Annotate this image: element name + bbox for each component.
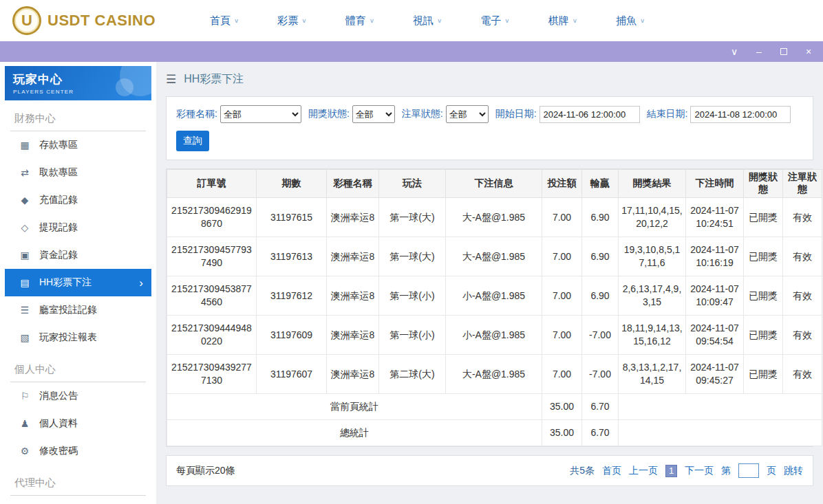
summary-label: 當前頁統計: [167, 394, 542, 420]
window-close-button[interactable]: ×: [804, 47, 813, 56]
summary-win-loss: 6.70: [582, 394, 619, 420]
sidebar-item-hh-lottery-bet[interactable]: ▤HH彩票下注›: [5, 269, 151, 296]
first-page-link[interactable]: 首页: [602, 465, 621, 477]
sidebar-item-player-bet-report[interactable]: ▧玩家投注報表: [5, 324, 151, 351]
summary-row-grand-total: 總統計35.006.70: [167, 420, 822, 446]
window-chevron-down-icon[interactable]: ∨: [729, 47, 739, 56]
chevron-down-icon: ∨: [504, 17, 509, 23]
sidebar-item-label: 廳室投註記錄: [39, 304, 97, 316]
cell-draw-result: 19,3,10,8,5,17,11,6: [619, 237, 686, 276]
draw-status-select[interactable]: 全部: [352, 105, 395, 123]
page-jump-input[interactable]: [738, 463, 759, 478]
cell-play-type: 第一球(小): [379, 316, 446, 355]
nav-item-electronic[interactable]: 電子∨: [480, 14, 509, 28]
sidebar-item-recharge-record[interactable]: ◆充值記錄: [5, 186, 151, 214]
sidebar-item-change-password[interactable]: ⚙修改密碼: [5, 437, 151, 465]
main-content: ☰ HH彩票下注 彩種名稱: 全部 開獎狀態: 全部 注單狀態:: [156, 62, 823, 504]
order-status-select[interactable]: 全部: [446, 105, 489, 123]
cell-period: 31197607: [257, 355, 327, 394]
sidebar-item-profile[interactable]: ♟個人資料: [5, 410, 151, 437]
search-button[interactable]: 查詢: [176, 131, 209, 151]
lottery-name-label: 彩種名稱:: [176, 108, 217, 120]
total-count: 共5条: [570, 465, 595, 477]
cell-bet-amount: 7.00: [542, 198, 582, 237]
end-date-label: 結束日期:: [647, 108, 688, 120]
cell-win-loss: -7.00: [582, 355, 619, 394]
window-maximize-button[interactable]: [779, 47, 789, 56]
cell-order-no: 2152173094629198670: [167, 198, 257, 237]
cell-draw-status: 已開獎: [744, 316, 783, 355]
sidebar-subtitle: PLAYERS CENTER: [13, 89, 143, 95]
nav-item-label: 捕魚: [616, 14, 637, 28]
sidebar-item-label: 提現記錄: [39, 221, 78, 234]
section-header-personal-center: 個人中心: [10, 351, 146, 382]
cell-play-type: 第一球(小): [379, 276, 446, 316]
withdraw-icon: ⇄: [19, 167, 30, 178]
column-header-order-status: 注單狀態: [783, 170, 822, 198]
cell-play-type: 第一球(大): [379, 237, 446, 276]
order-status-label: 注單狀態:: [402, 108, 443, 120]
cell-bet-info: 大-A盤@1.985: [446, 198, 542, 237]
end-date-input[interactable]: [690, 106, 791, 123]
column-header-lottery-name: 彩種名稱: [327, 170, 379, 198]
deposit-icon: ▦: [19, 140, 30, 151]
nav-item-sports[interactable]: 體育∨: [345, 14, 374, 28]
summary-win-loss: 6.70: [582, 420, 619, 446]
bet-table-card: 訂單號期數彩種名稱玩法下注信息投注額輸贏開獎結果下注時間開獎狀態注單狀態 215…: [166, 168, 813, 447]
draw-status-label: 開獎狀態:: [308, 108, 350, 120]
pagination-controls: 共5条 首页 上一页 1 下一页 第 页 跳转: [570, 463, 803, 478]
withdrawal-record-icon: ◇: [19, 222, 30, 233]
nav-item-board-games[interactable]: 棋牌∨: [548, 14, 577, 28]
sidebar-item-label: 玩家投注報表: [39, 331, 97, 344]
cell-bet-time: 2024-11-07 09:45:27: [686, 355, 744, 394]
cell-lottery-name: 澳洲幸运8: [327, 276, 379, 316]
sidebar-item-label: 存款專區: [39, 139, 78, 151]
cell-draw-result: 17,11,10,4,15,20,12,2: [619, 198, 686, 237]
nav-item-fishing[interactable]: 捕魚∨: [616, 14, 645, 28]
nav-item-lottery[interactable]: 彩票∨: [277, 14, 306, 28]
cell-order-status: 有效: [783, 276, 822, 316]
person-icon: ♟: [19, 418, 30, 429]
summary-bet-amount: 35.00: [542, 420, 582, 446]
nav-item-label: 棋牌: [548, 14, 569, 28]
chevron-down-icon: ∨: [640, 17, 645, 23]
cell-period: 31197615: [257, 198, 327, 237]
cell-draw-result: 18,11,9,14,13,15,16,12: [619, 316, 686, 355]
sidebar-item-room-bet-record[interactable]: ☰廳室投註記錄: [5, 296, 151, 324]
cell-order-no: 2152173094392777130: [167, 355, 257, 394]
topbar: U USDT CASINO 首頁∨彩票∨體育∨視訊∨電子∨棋牌∨捕魚∨: [0, 0, 823, 41]
cell-period: 31197609: [257, 316, 327, 355]
sidebar-item-funds-record[interactable]: ▣資金記錄: [5, 241, 151, 269]
jump-button[interactable]: 跳转: [784, 465, 803, 477]
nav-item-live-video[interactable]: 視訊∨: [413, 14, 442, 28]
next-page-link[interactable]: 下一页: [685, 465, 714, 477]
sidebar-title: 玩家中心: [13, 72, 143, 87]
current-page[interactable]: 1: [665, 465, 677, 477]
nav-item-home[interactable]: 首頁∨: [210, 14, 239, 28]
sidebar-item-announcements[interactable]: ⚐消息公告: [5, 382, 151, 410]
cell-order-status: 有效: [783, 316, 822, 355]
summary-empty: [619, 394, 822, 420]
column-header-period: 期數: [257, 170, 327, 198]
start-date-input[interactable]: [539, 106, 640, 123]
table-row: 215217309453877456031197612澳洲幸运8第一球(小)小-…: [167, 276, 822, 316]
sidebar-item-withdraw-zone[interactable]: ⇄取款專區: [5, 159, 151, 186]
cell-order-no: 2152173094449480220: [167, 316, 257, 355]
column-header-draw-result: 開獎結果: [619, 170, 686, 198]
brand[interactable]: U USDT CASINO: [12, 6, 188, 35]
lottery-name-select[interactable]: 全部: [220, 105, 301, 123]
sidebar-item-withdrawal-record[interactable]: ◇提現記錄: [5, 214, 151, 241]
table-row: 215217309462919867031197615澳洲幸运8第一球(大)大-…: [167, 198, 822, 237]
funds-record-icon: ▣: [19, 250, 30, 261]
menu-icon[interactable]: ☰: [166, 72, 176, 87]
nav-item-label: 電子: [480, 14, 501, 28]
chevron-down-icon: ∨: [370, 17, 374, 23]
table-row: 215217309457793749031197613澳洲幸运8第一球(大)大-…: [167, 237, 822, 276]
cell-draw-status: 已開獎: [744, 276, 783, 316]
prev-page-link[interactable]: 上一页: [629, 465, 658, 477]
window-minimize-button[interactable]: –: [754, 47, 764, 56]
window-titlebar: ∨ – ×: [0, 41, 823, 62]
cell-play-type: 第二球(大): [379, 355, 446, 394]
sidebar-item-deposit-zone[interactable]: ▦存款專區: [5, 131, 151, 159]
cell-bet-time: 2024-11-07 10:24:51: [686, 198, 744, 237]
